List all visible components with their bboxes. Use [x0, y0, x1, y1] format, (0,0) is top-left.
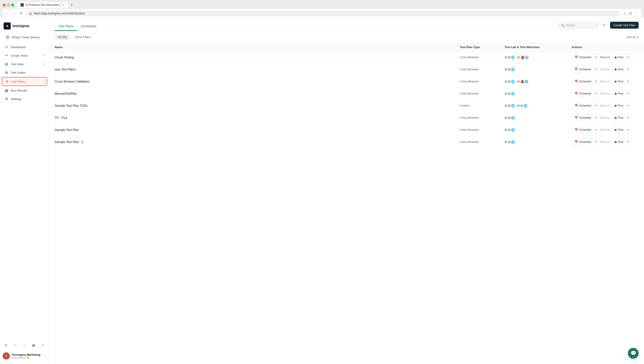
traffic-green[interactable]: [11, 4, 14, 7]
run-dropdown-arrow[interactable]: ▾: [626, 54, 630, 60]
sidebar-item-create-tests[interactable]: ✏ Create Tests ▾: [2, 52, 47, 60]
table-row: Sample Test PlanCross Browser⚙⊞🌐📅 Schedu…: [49, 124, 644, 136]
reports-button[interactable]: Reports: [599, 92, 611, 95]
org-selector[interactable]: 🌐 Simply Travel (Demo): [2, 33, 47, 41]
reports-button[interactable]: Reports: [599, 116, 611, 119]
forward-button[interactable]: →: [12, 11, 18, 16]
schedule-button[interactable]: 📅 Schedule: [572, 90, 594, 97]
run-button[interactable]: ▶ Run: [612, 114, 626, 121]
sort-by-control[interactable]: Sort by ▾: [626, 35, 639, 39]
run-button[interactable]: ▶ Run: [612, 78, 626, 85]
traffic-yellow[interactable]: [7, 4, 10, 7]
tool-grid-icon[interactable]: ⊡: [2, 342, 10, 349]
table-row: Sample Test Plan - 2Cross Browser⚙⊞🌐📅 Sc…: [49, 136, 644, 148]
schedule-button[interactable]: 📅 Schedule: [572, 126, 594, 133]
run-dropdown-arrow[interactable]: ▾: [626, 90, 630, 96]
cell-plan-name: Sample Test Plan - 2: [54, 140, 460, 144]
browser-menu-button[interactable]: ⋮: [634, 10, 639, 16]
machine-icon: ⚙: [504, 80, 507, 83]
schedule-dropdown-arrow[interactable]: ▾: [594, 90, 598, 96]
table-row: TP - Try1Cross Browser⚙⊞🌐📅 Schedule▾Repo…: [49, 112, 644, 124]
col-header-type: Test Plan Type: [460, 46, 504, 49]
tool-circle-icon[interactable]: ○: [21, 342, 28, 349]
refresh-button[interactable]: ↻: [19, 10, 24, 16]
col-header-actions: Actions: [572, 46, 639, 49]
schedule-button[interactable]: 📅 Schedule: [572, 114, 594, 121]
run-dropdown-arrow[interactable]: ▾: [626, 66, 630, 72]
sort-chevron-icon: ▾: [637, 35, 639, 39]
back-button[interactable]: ←: [5, 11, 10, 16]
schedule-dropdown-arrow[interactable]: ▾: [594, 103, 598, 109]
schedule-button[interactable]: 📅 Schedule: [572, 66, 594, 73]
run-button[interactable]: ▶ Run: [612, 126, 626, 133]
tab-test-plans[interactable]: Test Plans: [54, 22, 77, 31]
sidebar-tools: ⊡ ☆ ○ ▦ ?: [0, 340, 49, 350]
refresh-icon-button[interactable]: ↻: [600, 22, 608, 29]
tool-help-icon[interactable]: ?: [39, 342, 46, 349]
play-icon: ▶: [615, 104, 617, 107]
sidebar-item-test-plans[interactable]: ⊕ Test Plans: [2, 77, 47, 86]
run-dropdown-arrow[interactable]: ▾: [626, 127, 630, 133]
all-filter-badge[interactable]: All (25): [54, 34, 70, 40]
run-button[interactable]: ▶ Run: [612, 90, 626, 97]
run-button[interactable]: ▶ Run: [612, 139, 626, 145]
reports-button[interactable]: Reports: [599, 104, 611, 107]
machine-icon: ⊞: [508, 128, 510, 132]
cell-plan-name: Visual Testing: [54, 56, 460, 59]
traffic-red[interactable]: [3, 4, 6, 7]
schedule-dropdown-arrow[interactable]: ▾: [594, 78, 598, 84]
schedule-button[interactable]: 📅 Schedule: [572, 78, 594, 85]
run-button[interactable]: ▶ Run: [612, 102, 626, 109]
reports-button[interactable]: Reports: [599, 56, 611, 59]
schedule-dropdown-arrow[interactable]: ▾: [594, 66, 598, 72]
address-bar[interactable]: 🔒 https://app.testsigma.com/ui/td/39/pla…: [26, 11, 620, 16]
org-icon: 🌐: [5, 35, 10, 39]
schedule-dropdown-arrow[interactable]: ▾: [594, 139, 598, 145]
reports-button[interactable]: Reports: [599, 68, 611, 71]
show-filters-button[interactable]: Show Filters: [73, 34, 93, 40]
tab-close-button[interactable]: ✕: [62, 4, 64, 7]
run-button[interactable]: ▶ Run: [612, 54, 626, 60]
sidebar-item-settings[interactable]: ⚙ Settings: [2, 95, 47, 103]
schedule-dropdown-arrow[interactable]: ▾: [594, 54, 598, 60]
schedule-dropdown-arrow[interactable]: ▾: [594, 127, 598, 133]
run-dropdown-arrow[interactable]: ▾: [626, 78, 630, 84]
cell-machines: ⚙⊞🌐: [504, 116, 572, 120]
run-dropdown-arrow[interactable]: ▾: [626, 115, 630, 121]
schedule-dropdown-arrow[interactable]: ▾: [594, 115, 598, 121]
tool-layout-icon[interactable]: ▦: [30, 342, 37, 349]
browser-tab[interactable]: ⚙ AI Powered Test Automation | ✕: [17, 2, 68, 8]
sidebar-item-test-data[interactable]: ▤ Test Data ▾: [2, 60, 47, 68]
cell-machines: ⚙⊞🌐⚙🍎🌐: [504, 80, 572, 83]
machine-group: ⚙⊞🌐: [504, 104, 515, 107]
cell-plan-name: new Test Plan1: [54, 68, 460, 71]
run-dropdown-arrow[interactable]: ▾: [626, 103, 630, 109]
reports-button[interactable]: Reports: [599, 140, 611, 143]
search-placeholder: Search: [566, 24, 575, 27]
tab-schedules[interactable]: Schedules: [77, 22, 100, 31]
machine-icon: 🌐: [524, 104, 527, 107]
search-box[interactable]: 🔍 Search: [558, 22, 598, 29]
tool-star-icon[interactable]: ☆: [12, 342, 19, 349]
table-header: Name Test Plan Type Test Lab & Test Mach…: [49, 43, 644, 51]
create-test-plan-button[interactable]: Create Test Plan: [610, 22, 639, 29]
new-tab-button[interactable]: +: [69, 2, 75, 8]
reports-button[interactable]: Reports: [599, 128, 611, 131]
run-dropdown-arrow[interactable]: ▾: [626, 139, 630, 145]
extensions-button[interactable]: ⊡: [628, 10, 633, 16]
machine-icon: ⚙: [504, 128, 507, 132]
sidebar-logo: ✦ testsigma: [0, 21, 49, 33]
table-row: new Test Plan1Cross Browser⚙⊞🌐📅 Schedule…: [49, 63, 644, 75]
bookmark-button[interactable]: ☆: [622, 10, 627, 16]
content-area: All (25) Show Filters Sort by ▾ Name Tes…: [49, 31, 644, 364]
reports-button[interactable]: Reports: [599, 80, 611, 83]
chat-fab-button[interactable]: 💬: [628, 348, 639, 359]
schedule-button[interactable]: 📅 Schedule: [572, 54, 594, 60]
sidebar-item-run-results[interactable]: ▦ Run Results: [2, 86, 47, 94]
user-profile[interactable]: T Testsigma Marketing Super Admin 👑 ›: [0, 350, 49, 361]
sidebar-item-dashboard[interactable]: ⊙ Dashboard: [2, 43, 47, 51]
run-button[interactable]: ▶ Run: [612, 66, 626, 73]
schedule-button[interactable]: 📅 Schedule: [572, 102, 594, 109]
schedule-button[interactable]: 📅 Schedule: [572, 139, 594, 145]
sidebar-item-test-suites[interactable]: ⊞ Test Suites: [2, 69, 47, 77]
